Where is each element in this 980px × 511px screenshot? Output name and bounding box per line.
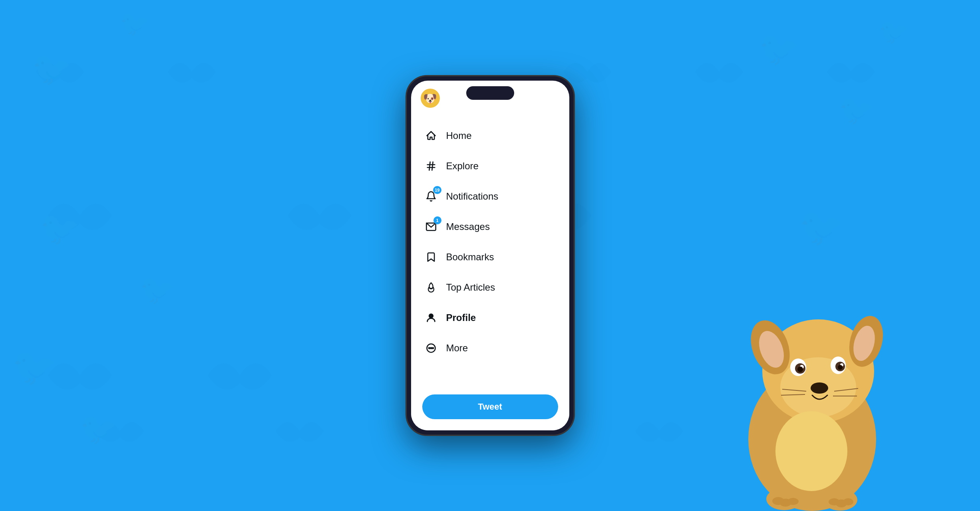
phone-container: 🐶 Home (406, 76, 574, 435)
nav-item-notifications[interactable]: 19 Notifications (411, 181, 569, 212)
notifications-badge: 19 (433, 186, 441, 194)
svg-text:🐦: 🐦 (80, 411, 117, 447)
notifications-icon-wrap: 19 (422, 188, 440, 205)
nav-item-bookmarks[interactable]: Bookmarks (411, 242, 569, 272)
doge-image (716, 271, 908, 511)
top-articles-icon-wrap (422, 279, 440, 296)
tweet-button[interactable]: Tweet (422, 394, 558, 419)
nav-item-home[interactable]: Home (411, 121, 569, 151)
nav-item-more[interactable]: More (411, 333, 569, 363)
svg-text:🐦: 🐦 (120, 10, 150, 38)
svg-point-25 (797, 366, 803, 372)
svg-point-47 (429, 314, 433, 318)
navigation-menu: Home Explore (411, 117, 569, 430)
svg-point-51 (432, 347, 433, 349)
more-icon-wrap (422, 339, 440, 357)
home-label: Home (446, 130, 472, 141)
nav-item-top-articles[interactable]: Top Articles (411, 272, 569, 303)
svg-text:🐦: 🐦 (839, 94, 874, 127)
home-icon-wrap (422, 127, 440, 145)
svg-text:🐦: 🐦 (40, 210, 80, 248)
messages-label: Messages (446, 221, 490, 232)
dots-circle-icon (425, 343, 437, 354)
notifications-label: Notifications (446, 191, 499, 202)
top-articles-label: Top Articles (446, 282, 495, 293)
svg-text:🐦: 🐦 (799, 206, 844, 249)
hash-icon (425, 160, 437, 172)
svg-point-50 (430, 347, 431, 349)
svg-line-44 (429, 162, 430, 170)
avatar[interactable]: 🐶 (421, 89, 440, 108)
messages-icon-wrap: 1 (422, 218, 440, 236)
bookmarks-icon-wrap (422, 248, 440, 266)
tweet-button-area: Tweet (411, 390, 569, 430)
home-icon (425, 130, 437, 141)
profile-label: Profile (446, 312, 476, 323)
svg-text:🐦: 🐦 (879, 18, 909, 46)
person-icon (425, 312, 437, 323)
svg-text:🐦: 🐦 (140, 273, 175, 307)
svg-text:🐦: 🐦 (759, 30, 799, 68)
bookmark-icon (425, 252, 437, 263)
svg-text:🐦: 🐦 (12, 346, 57, 388)
messages-badge: 1 (433, 216, 441, 224)
nav-item-explore[interactable]: Explore (411, 151, 569, 181)
explore-label: Explore (446, 160, 479, 172)
dynamic-island (466, 86, 514, 100)
profile-icon-wrap (422, 309, 440, 327)
svg-point-27 (811, 382, 828, 394)
svg-point-40 (843, 498, 853, 505)
more-label: More (446, 343, 468, 354)
svg-point-37 (787, 498, 799, 505)
explore-icon-wrap (422, 157, 440, 175)
svg-point-49 (428, 347, 429, 349)
svg-point-32 (775, 411, 847, 491)
avatar-image[interactable]: 🐶 (421, 89, 440, 108)
flame-icon (425, 282, 437, 293)
svg-point-26 (838, 365, 843, 370)
bookmarks-label: Bookmarks (446, 252, 494, 263)
nav-item-messages[interactable]: 1 Messages (411, 212, 569, 242)
phone-screen: 🐶 Home (411, 81, 569, 430)
svg-line-45 (432, 162, 433, 170)
svg-text:🐦: 🐦 (32, 50, 72, 88)
nav-item-profile[interactable]: Profile (411, 303, 569, 333)
phone-device: 🐶 Home (406, 76, 574, 435)
